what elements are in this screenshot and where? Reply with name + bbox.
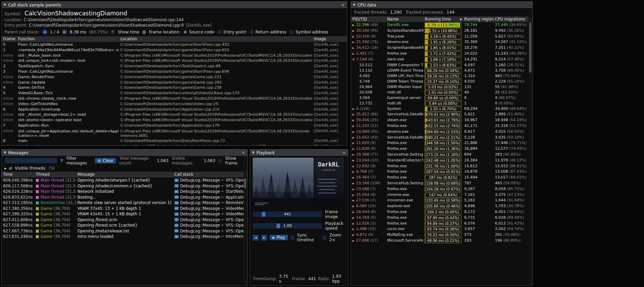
expand-icon[interactable]: ▶ — [352, 23, 356, 28]
radio-symbol-address[interactable]: Symbol address — [290, 30, 328, 34]
radio-circle-icon[interactable] — [250, 30, 254, 34]
cpu-row[interactable]: 3,748DWM Token Thread23.37 ms (0.10%)4,0… — [351, 79, 532, 84]
message-row[interactable]: 627,558,996nsGame (36,704)Opening /fores… — [2, 223, 247, 228]
cpu-row[interactable]: 13,132uDWM Event Thread68.29 ms (0.30%)4… — [351, 68, 532, 73]
playback-frame-image[interactable]: DarkRL created by — [253, 158, 344, 207]
cpu-row[interactable]: ▶15,004 (8)chrome.exe147 ms (0.64%)7,161… — [351, 192, 532, 198]
callstack-row[interactable]: inlineGame::UpdateC:\Users\wolf\Desktop\… — [2, 80, 347, 85]
callstack-icon[interactable] — [174, 178, 179, 182]
cpu-row[interactable]: ▶10,316 (9)Tracy.exe2.18 s (9.45%)11,058… — [351, 34, 532, 40]
column-cpu-migrations[interactable]: CPU migrations — [494, 16, 529, 22]
cpu-row[interactable]: ▶18,444 (6)firefox.exe104.2 ms (0.45%)8,… — [351, 209, 532, 215]
cpu-row[interactable]: ▶13,044 (10)StandardCollector.Servic242.… — [351, 158, 532, 163]
message-row[interactable]: 627,380,356nsGame (36,704)VRAM 37x45: 13… — [2, 206, 247, 212]
scrollbar-thumb[interactable] — [244, 178, 246, 188]
expand-icon[interactable]: ▶ — [352, 28, 356, 34]
messages-titlebar[interactable]: ▼ Messages × — [2, 149, 247, 156]
cpu-row[interactable]: ▶15,652 (43)ServiceHub.DataWarehou580.22… — [351, 135, 532, 141]
cpu-row[interactable]: ▶22,396 (49)DarkRL.exe2.79 s (12.06%)78,… — [351, 22, 532, 28]
expand-icon[interactable]: ▶ — [352, 112, 356, 117]
cpu-row[interactable]: ▶31,340 (75)devenv.exe1.91 s (8.26%)35,3… — [351, 39, 532, 45]
callstack-row[interactable]: inlineVideo::GetTicksHiResC:\Users\wolf\… — [2, 101, 347, 107]
expand-icon[interactable]: ▶ — [352, 169, 356, 175]
expand-icon[interactable]: ▶ — [352, 204, 356, 209]
expand-icon[interactable]: ▶ — [352, 158, 356, 163]
cpu-row[interactable]: ▶35,812 (88)ServiceHub.DataWarehou670.41… — [351, 112, 532, 117]
radio-circle-icon[interactable] — [290, 30, 294, 34]
cpu-row[interactable]: ▶4 (126)System1.55 s (6.70%)69,29434,400… — [351, 106, 532, 112]
cpu-row[interactable]: ▶29,388 (77)ServiceHub.SettingsHost273.1… — [351, 152, 532, 158]
collapse-icon[interactable]: ▼ — [4, 149, 6, 156]
callstack-icon[interactable] — [174, 190, 179, 193]
zoom-checkbox[interactable] — [323, 235, 326, 240]
expand-icon[interactable]: ▶ — [352, 187, 356, 192]
next-parent-button[interactable]: ▶ — [62, 29, 67, 34]
cpu-row[interactable]: ▶27,536 (7)msvsmon.exe133.45 ms (0.58%)5… — [351, 198, 532, 203]
expand-icon[interactable]: ▶ — [352, 118, 356, 123]
callstack-row[interactable]: inlinestd::unique_ptr<Application,std::d… — [2, 128, 347, 138]
radio-circle-icon[interactable] — [218, 30, 222, 34]
callstack-icon[interactable] — [174, 184, 179, 188]
callstack-titlebar[interactable]: ▼ Call stack sample parents × — [2, 2, 347, 8]
frame-slider[interactable]: 441 — [253, 211, 322, 217]
callstack-row[interactable]: inlineGame::RenderFloorC:\Users\wolf\Des… — [2, 74, 347, 80]
callstack-cell[interactable]: DebugLog::Message←StartNetwo — [173, 189, 245, 195]
cpu-titlebar[interactable]: ▼ CPU data — [351, 2, 532, 8]
expand-icon[interactable]: ▶ — [352, 232, 356, 238]
next-frame-button[interactable]: ▶ — [261, 235, 267, 241]
play-button[interactable]: ▶Play — [270, 235, 288, 240]
callstack-cell[interactable]: DebugLog::Message←VFS::Open — [173, 228, 245, 234]
cpu-row[interactable]: ▶1,488 (10)csrss.exe83.74 ms (0.36%)3,65… — [351, 226, 532, 232]
cpu-row[interactable]: ▶12,016 (3)firefox.exe84.89 ms (0.37%)6,… — [351, 221, 532, 227]
expand-icon[interactable]: ▶ — [352, 238, 356, 244]
expand-icon[interactable]: ▶ — [352, 215, 356, 221]
message-row[interactable]: 627,667,736nsGame (36,704)Opening /meta/… — [2, 228, 247, 234]
prev-parent-button[interactable]: ◀ — [42, 29, 47, 34]
expand-icon[interactable]: ▶ — [352, 146, 356, 152]
cpu-row[interactable]: 13,732ntdll.dll5.84 us (0.00%)10 (0.00%) — [351, 101, 532, 106]
expand-icon[interactable]: ▶ — [352, 210, 356, 215]
expand-icon[interactable]: ▶ — [352, 181, 356, 186]
cpu-row[interactable]: ▼7,144 (8)dwm.exe1.66 s (7.18%)14,2918,2… — [351, 57, 532, 62]
callstack-cell[interactable]: DebugLog::Message←RemoteVie — [173, 200, 245, 206]
cpu-row[interactable]: ▶12,692 (9)firefox.exe231.76 ms (1.00%)1… — [351, 163, 532, 169]
scrollbar-thumb[interactable] — [529, 22, 531, 73]
callstack-icon[interactable] — [174, 206, 179, 210]
message-row[interactable]: 627,313,190nsRemoteView (31,392)Remote v… — [2, 200, 247, 206]
callstack-row[interactable]: inlinestd::_Mutex_base::lockC:\Program F… — [2, 53, 347, 58]
cpu-row[interactable]: 20,508ntdll.dll1.01 ms (0.00%)4025 (62.5… — [351, 90, 532, 95]
cpu-row[interactable]: ▶14,984 (50)devenv.exe584.69 ms (2.53%)6… — [351, 129, 532, 135]
callstack-cell[interactable]: DebugLog::Message←VideoMemo — [173, 211, 245, 217]
cpu-row[interactable]: 24,964DWM Master Input Threa5.03 ms (0.0… — [351, 84, 532, 90]
callstack-row[interactable]: 3Floor::CalcLightNoLuminanceC:\Users\wol… — [2, 69, 347, 74]
clear-button[interactable]: ⊘Clear — [95, 158, 116, 163]
messages-scrollbar[interactable] — [244, 156, 247, 285]
expand-icon[interactable]: ▶ — [352, 129, 356, 135]
show-frame-checkbox[interactable] — [218, 158, 222, 163]
message-row[interactable]: 626,024,328nsMain thread (31,596)Network… — [2, 189, 247, 195]
message-row[interactable]: 606,117,568nsMain thread (31,596)Opening… — [2, 183, 247, 189]
column-running-regions[interactable]: Running regions — [463, 16, 494, 22]
callstack-row[interactable]: inlinestd::atomic<bool>::operator boolC:… — [2, 117, 347, 123]
callstack-row[interactable]: 6Application::InnerLoopC:\Users\wolf\Des… — [2, 107, 347, 112]
cpu-row[interactable]: ▶2,492 (7)firefox.exe1.71 s (7.42%)24,02… — [351, 51, 532, 57]
callstack-row[interactable]: 1<lambda_84a19dc444fae966ca174e83e708bdc… — [2, 47, 347, 53]
message-row[interactable]: 627,399,320nsGame (36,704)VRAM 43x45: 15… — [2, 211, 247, 217]
column-name[interactable]: Name — [386, 16, 423, 22]
expand-icon[interactable]: ▶ — [352, 34, 356, 40]
callstack-icon[interactable] — [174, 212, 179, 216]
cpu-row[interactable]: ▶27,696 (17)Microsoft.ServiceHub.Co48.06… — [351, 238, 532, 244]
callstack-icon[interactable] — [174, 224, 179, 227]
column-running-time[interactable]: Running time▼ — [423, 16, 463, 22]
message-row[interactable]: 606,049,398nsMain thread (31,596)Opening… — [2, 177, 247, 183]
expand-icon[interactable]: ▶ — [352, 106, 356, 112]
close-icon[interactable]: × — [341, 2, 345, 8]
message-row[interactable]: 626,833,622nsMain thread (31,596)Booting… — [2, 195, 247, 200]
cpu-row[interactable]: ▶11,820 (9)firefox.exe346.58 ms (1.50%)2… — [351, 140, 532, 146]
cpu-row[interactable]: ▶14,784 (5)firefox.exe97.95 ms (0.42%)6,… — [351, 215, 532, 221]
expand-icon[interactable]: ▶ — [352, 152, 356, 158]
cpu-row[interactable]: ▶11,828 (6)firefox.exe291.26 ms (1.26%)1… — [351, 146, 532, 152]
collapse-icon[interactable]: ▼ — [252, 149, 254, 156]
callstack-icon[interactable] — [174, 229, 179, 233]
expand-icon[interactable]: ▶ — [352, 221, 356, 227]
